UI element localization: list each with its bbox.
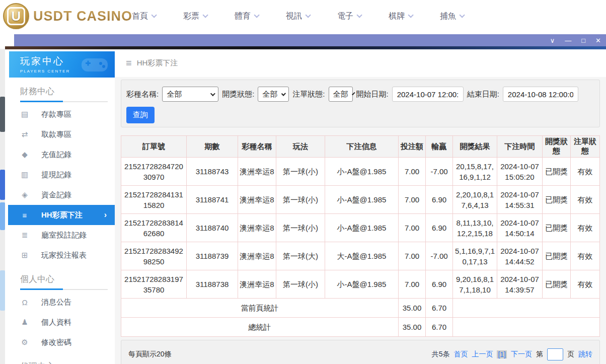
query-button[interactable]: 查詢 — [126, 107, 155, 123]
column-header: 期數 — [187, 136, 238, 158]
table-cell: 已開獎 — [543, 242, 571, 270]
table-cell: 有效 — [571, 242, 600, 270]
table-cell: 有效 — [571, 270, 600, 299]
table-cell: 2152172828349298250 — [121, 242, 187, 270]
start-date-input[interactable] — [392, 87, 464, 102]
table-cell: 第一球(小) — [276, 158, 325, 186]
table-cell: 有效 — [571, 158, 600, 186]
sidebar-item-recharge-record[interactable]: ◆充值記錄 — [5, 144, 115, 165]
brand-logo[interactable]: U USDT CASINO — [3, 3, 132, 29]
window-minimize-icon[interactable]: — — [565, 37, 571, 44]
table-cell: 2024-10-07 15:05:20 — [497, 158, 543, 186]
sidebar-header: 玩家中心 PLAYERS CENTER — [9, 51, 115, 78]
pagination-jump[interactable]: 跳转 — [578, 350, 592, 359]
sidebar: 玩家中心 PLAYERS CENTER 財務中心▤存款專區⇄取款專區◆充值記錄▥… — [5, 49, 115, 364]
window-close-icon[interactable]: ✕ — [595, 37, 601, 44]
sidebar-item-label: 玩家投注報表 — [41, 251, 87, 260]
table-cell: 2024-10-07 14:50:14 — [497, 214, 543, 242]
table-cell: 31188740 — [187, 214, 238, 242]
page-jump-input[interactable] — [547, 348, 563, 360]
end-date-input[interactable] — [503, 87, 578, 102]
draw-status-label: 開獎狀態: — [222, 90, 254, 99]
sidebar-item-profile[interactable]: ♟個人資料 — [5, 312, 115, 332]
pagination-prev[interactable]: 上一页 — [472, 350, 493, 359]
order-status-label: 注單狀態: — [292, 90, 325, 99]
window-collapse-icon[interactable]: ∨ — [550, 37, 555, 44]
order-status-value: 全部 — [333, 90, 348, 99]
table-cell: 6.90 — [426, 270, 453, 299]
sidebar-item-hh-lottery-bets[interactable]: ≡HH彩票下注› — [8, 205, 115, 225]
summary-row: 總統計35.006.70 — [121, 318, 600, 337]
order-status-select[interactable]: 全部 — [329, 87, 353, 102]
pagination-first[interactable]: 首页 — [453, 350, 468, 359]
lottery-name-select[interactable]: 全部 — [162, 87, 218, 102]
sidebar-item-label: 取款專區 — [41, 130, 71, 139]
sidebar-item-hall-bet-record[interactable]: ≣廳室投註記錄 — [5, 225, 115, 245]
sidebar-item-change-password[interactable]: ⚙修改密碼 — [5, 332, 115, 352]
summary-empty — [453, 299, 600, 318]
jump-prefix: 第 — [536, 350, 543, 359]
summary-row: 當前頁統計35.006.70 — [121, 299, 600, 318]
gamepad-icon — [79, 53, 111, 76]
table-cell: 第一球(小) — [276, 186, 325, 214]
column-header: 下注時間 — [497, 136, 543, 158]
password-icon: ⚙ — [20, 338, 29, 347]
pagination-next[interactable]: 下一页 — [511, 350, 532, 359]
nav-item-fishing[interactable]: 捕魚 — [440, 11, 463, 22]
sidebar-item-label: HH彩票下注 — [41, 210, 83, 220]
table-cell: 小-A盤@1.985 — [325, 270, 399, 299]
sidebar-item-funds-record[interactable]: ◈資金記錄 — [5, 185, 115, 205]
brand-name: USDT CASINO — [33, 9, 132, 24]
sidebar-item-label: 資金記錄 — [41, 190, 71, 200]
sidebar-item-withdraw-zone[interactable]: ⇄取款專區 — [5, 124, 115, 144]
table-cell: 已開獎 — [543, 186, 571, 214]
sidebar-item-notice[interactable]: Ω消息公告 — [5, 292, 115, 312]
table-cell: 7.00 — [399, 158, 426, 186]
table-cell: 2152172828472030970 — [121, 158, 187, 186]
nav-item-label: 電子 — [337, 11, 353, 22]
table-cell: 31188743 — [187, 158, 238, 186]
nav-item-electronic[interactable]: 電子 — [337, 11, 360, 22]
table-cell: 澳洲幸运8 — [238, 186, 276, 214]
table-cell: 20,15,8,17,16,9,1,12 — [453, 158, 497, 186]
window-maximize-icon[interactable]: □ — [581, 37, 585, 44]
table-cell: 31188739 — [187, 242, 238, 270]
summary-empty — [453, 318, 600, 337]
summary-label: 當前頁統計 — [121, 299, 399, 318]
start-date-label: 開始日期: — [356, 90, 389, 99]
table-cell: 5,1,16,9,7,10,17,13 — [453, 242, 497, 270]
table-cell: 有效 — [571, 214, 600, 242]
column-header: 玩法 — [276, 136, 325, 158]
nav-item-sports[interactable]: 體育 — [235, 11, 258, 22]
sidebar-item-withdraw-record[interactable]: ▥提現記錄 — [5, 165, 115, 185]
nav-item-home[interactable]: 首頁 — [132, 11, 155, 22]
background-fragment — [0, 202, 5, 230]
lottery-name-value: 全部 — [167, 90, 182, 99]
nav-item-chess[interactable]: 棋牌 — [389, 11, 412, 22]
background-fragment — [0, 170, 5, 200]
menu-icon[interactable]: ≡ — [126, 57, 132, 69]
window-titlebar[interactable]: ∨ — □ ✕ — [14, 34, 606, 46]
sidebar-section-agent-center: 代理中心 — [20, 360, 115, 364]
chevron-down-icon — [408, 12, 413, 18]
summary-bet-total: 35.00 — [399, 318, 426, 337]
draw-status-select[interactable]: 全部 — [258, 87, 289, 102]
hall-bets-icon: ≣ — [20, 231, 29, 240]
sidebar-item-deposit-zone[interactable]: ▤存款專區 — [5, 104, 115, 124]
table-cell: 第一球(大) — [276, 242, 325, 270]
player-center-window: 玩家中心 PLAYERS CENTER 財務中心▤存款專區⇄取款專區◆充值記錄▥… — [5, 46, 606, 364]
draw-status-value: 全部 — [262, 90, 277, 99]
table-cell: 小-A盤@1.985 — [325, 158, 399, 186]
background-fragment — [0, 97, 5, 132]
pagination-current-page: [1] — [497, 350, 507, 358]
section-underline — [20, 289, 108, 290]
sidebar-item-player-bet-report[interactable]: ⊞玩家投注報表 — [5, 245, 115, 265]
table-row: 215217282841311582031188741澳洲幸运8第一球(小)小-… — [121, 186, 600, 214]
table-cell: 7.00 — [399, 242, 426, 270]
logo-letter: U — [7, 7, 26, 25]
lottery-name-label: 彩種名稱: — [126, 90, 159, 99]
nav-item-lottery[interactable]: 彩票 — [183, 11, 206, 22]
nav-item-video[interactable]: 視訊 — [286, 11, 309, 22]
background-fragment — [0, 270, 5, 311]
nav-item-label: 捕魚 — [440, 11, 456, 22]
